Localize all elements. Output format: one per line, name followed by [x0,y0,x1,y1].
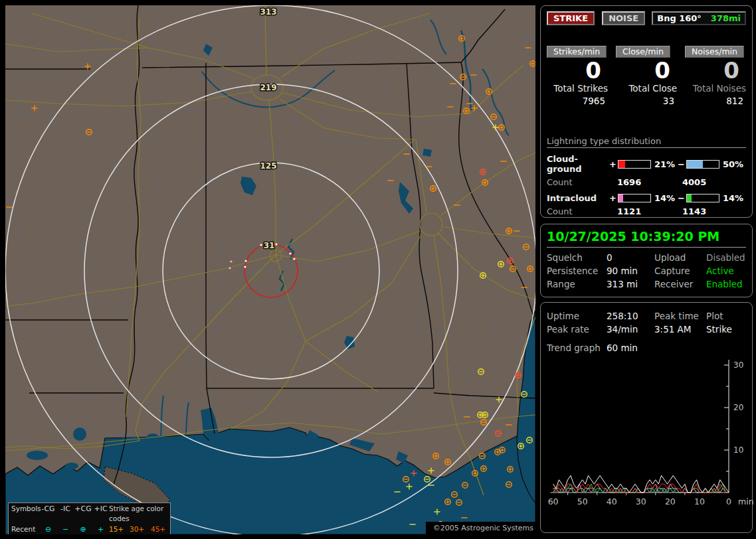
plot-label: Plot [706,309,746,323]
ic-negative-percent: 14% [719,193,746,203]
trend-window-value: 60 min [607,343,638,353]
legend-symbol-icon: + [92,524,109,534]
x-tick-label: 10 [694,497,705,506]
legend-symbol-icon: − [57,524,74,534]
legend-header-symbols: Symbols [11,504,39,524]
session-panel: Uptime 258:10 Peak time Plot Peak rate 3… [540,302,753,533]
capture-value: Active [706,264,746,277]
lightning-map[interactable]: 31321912531 [5,5,535,534]
x-axis-unit: min [738,497,754,506]
receiver-label: Receiver [654,277,706,291]
trend-series-cg_pos [553,489,729,493]
ic-positive-percent: 14% [651,193,678,203]
total-close-value: 33 [616,96,677,106]
legend-header-neg-ic: -IC [57,504,74,524]
cloud-ground-counts: Count 1696 4005 [547,177,746,187]
x-tick-label: 30 [636,497,646,506]
range-ring-label: 125 [260,161,276,171]
x-tick-label: 40 [607,497,617,506]
cg-positive-count: 1696 [617,177,682,187]
count-label: Count [547,206,617,216]
legend-symbol-icon: ⊕ [74,524,92,534]
map-legend: Symbols -CG -IC +CG +IC Strike age color… [8,502,171,534]
strikes-per-min-value: 0 [547,58,608,83]
cg-positive-bar [618,160,651,169]
peak-time-label: Peak time [654,309,706,323]
strike-stats-panel: STRIKE NOISE Bng 160°378mi Strikes/min 0… [540,5,753,218]
recent-strike-dot [230,260,232,262]
datetime-display: 10/27/2025 10:39:20 PM [547,229,746,248]
legend-row-recent: Recent⊖−⊕+15+30+45+ [9,524,170,534]
upload-label: Upload [654,251,706,264]
recent-strike-dot [229,267,231,269]
intracloud-row: Intracloud + 14% − 14% [547,193,746,203]
strike-button[interactable]: STRIKE [547,11,595,25]
squelch-value: 0 [607,251,654,264]
range-value: 313 mi [607,277,654,291]
status-panel: 10/27/2025 10:39:20 PM Squelch 0 Upload … [540,224,753,297]
range-ring-label: 219 [260,83,276,92]
noises-per-min-chip: Noises/min [685,46,744,58]
cg-negative-percent: 50% [719,159,746,169]
ic-negative-bar [686,194,719,202]
total-noises-label: Total Noises [685,83,746,94]
lake-maurepas [73,427,86,441]
legend-header-pos-cg: +CG [74,504,92,524]
cloud-ground-label: Cloud-ground [547,154,609,174]
copyright-text: ©2005 Astrogenic Systems [426,522,535,534]
trend-graph: 1020306050403020100min [548,354,755,512]
y-tick-label: 10 [733,445,743,455]
x-tick-label: 60 [548,497,559,506]
cg-negative-bar [686,160,719,169]
recent-strike-dot [244,260,246,262]
cg-negative-count: 4005 [682,177,746,187]
upload-value: Disabled [706,251,746,264]
intracloud-label: Intracloud [547,193,609,203]
close-per-min-chip: Close/min [616,46,670,58]
peak-rate-value: 34/min [607,323,654,336]
plus-sign: + [609,193,618,203]
total-strikes-label: Total Strikes [547,83,608,94]
minus-sign: − [678,159,686,169]
trend-graph-label: Trend graph [547,343,607,353]
persistence-value: 90 min [607,264,654,277]
x-tick-label: 50 [577,497,588,506]
grand-lake [27,451,48,460]
minus-sign: − [678,193,686,203]
y-tick-label: 30 [733,360,743,370]
range-label: Range [547,277,607,291]
status-grid: Squelch 0 Upload Disabled Persistence 90… [547,251,746,291]
ic-negative-count: 1143 [682,206,746,216]
recent-strike-dot [275,243,277,245]
ic-positive-bar [618,194,651,202]
plus-sign: + [609,159,618,169]
noise-button[interactable]: NOISE [602,11,645,25]
legend-header-ages: Strike age color codes [109,504,171,524]
rate-counters: Strikes/min 0 Total Strikes 7965 Close/m… [547,44,746,106]
peak-time-value: 3:51 AM [654,323,706,336]
ic-positive-count: 1121 [617,206,682,216]
recent-strike-dot [244,266,246,268]
close-per-min-value: 0 [616,58,677,83]
bearing-value: Bng 160° [657,13,702,23]
white-lake [65,463,78,469]
trend-series-total [553,475,729,493]
persistence-label: Persistence [547,264,607,277]
capture-label: Capture [654,264,706,277]
legend-symbol-icon: ⊖ [39,524,57,534]
lightning-type-distribution: Lightning type distribution Cloud-ground… [547,136,746,216]
cg-positive-percent: 21% [651,159,678,169]
uptime-label: Uptime [547,309,607,323]
total-noises-value: 812 [685,96,746,106]
recent-strike-dot [293,258,295,260]
x-tick-label: 20 [665,497,676,506]
strikes-per-min-chip: Strikes/min [547,46,607,58]
squelch-label: Squelch [547,251,607,264]
distribution-title: Lightning type distribution [547,136,746,148]
map-viewport[interactable]: 31321912531 Symbols -CG -IC +CG +IC Stri… [5,5,535,534]
range-ring-label: 313 [260,7,276,17]
total-close-label: Total Close [616,83,677,94]
receiver-value: Enabled [706,277,746,291]
bearing-readout: Bng 160°378mi [652,11,746,25]
plot-value: Strike [706,323,746,336]
